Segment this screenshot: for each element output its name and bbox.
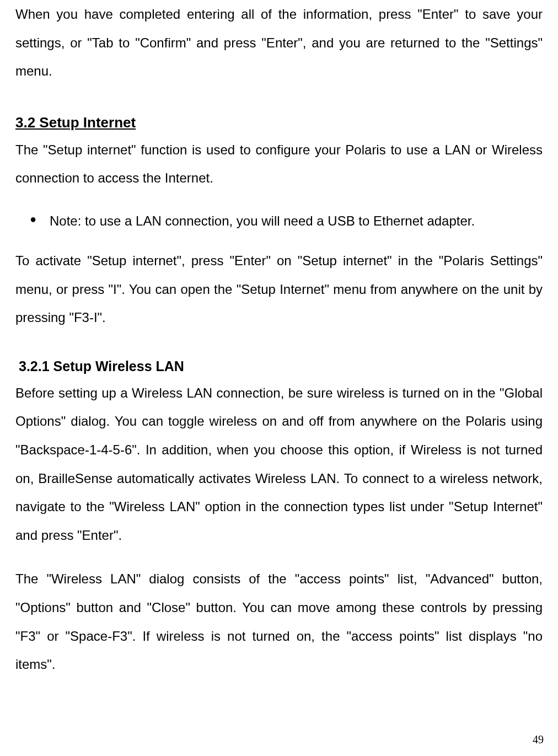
section-3-2-para-1: The "Setup internet" function is used to…	[15, 136, 543, 192]
heading-3-2-1: 3.2.1 Setup Wireless LAN	[15, 358, 543, 374]
intro-paragraph: When you have completed entering all of …	[15, 0, 543, 85]
note-list: Note: to use a LAN connection, you will …	[15, 208, 543, 234]
section-3-2-1-para-1: Before setting up a Wireless LAN connect…	[15, 379, 543, 550]
section-3-2-1-para-2: The "Wireless LAN" dialog consists of th…	[15, 565, 543, 678]
document-content: When you have completed entering all of …	[15, 0, 543, 679]
page-number: 49	[533, 733, 544, 746]
note-item: Note: to use a LAN connection, you will …	[15, 208, 543, 234]
heading-3-2: 3.2 Setup Internet	[15, 114, 543, 131]
section-3-2-para-2: To activate "Setup internet", press "Ent…	[15, 246, 543, 332]
